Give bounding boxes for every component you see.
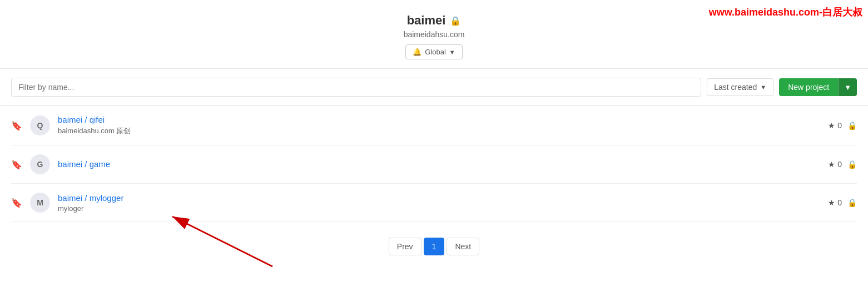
chevron-down-icon: ▼: [449, 49, 455, 56]
project-info: baimei / qifei baimeidashu.com 原创: [58, 115, 820, 136]
project-meta: ★ 0 🔒: [828, 121, 857, 130]
list-item: 🔖 Q baimei / qifei baimeidashu.com 原创 ★ …: [11, 106, 857, 145]
star-value: 0: [837, 198, 842, 207]
bookmark-icon[interactable]: 🔖: [11, 120, 22, 131]
star-value: 0: [837, 121, 842, 130]
bell-icon: 🔔: [413, 48, 421, 56]
project-meta: ★ 0 🔒: [828, 198, 857, 207]
star-count: ★ 0: [828, 160, 842, 169]
star-value: 0: [837, 160, 842, 169]
project-name[interactable]: baimei / game: [58, 159, 110, 169]
page-1-button[interactable]: 1: [424, 238, 445, 255]
star-icon: ★: [828, 198, 835, 207]
new-project-dropdown-button[interactable]: ▼: [838, 78, 857, 96]
star-icon: ★: [828, 121, 835, 130]
prev-button[interactable]: Prev: [389, 238, 421, 255]
sort-chevron-icon: ▼: [760, 84, 766, 90]
avatar: M: [30, 193, 50, 213]
global-button[interactable]: 🔔 Global ▼: [405, 44, 462, 59]
project-list: 🔖 Q baimei / qifei baimeidashu.com 原创 ★ …: [0, 106, 868, 222]
watermark: www.baimeidashu.com-白居大叔: [709, 6, 862, 19]
project-info: baimei / mylogger myloger: [58, 193, 820, 213]
project-meta: ★ 0 🔒: [828, 160, 857, 169]
next-button[interactable]: Next: [447, 238, 479, 255]
sort-dropdown[interactable]: Last created ▼: [707, 78, 773, 96]
profile-lock-icon: 🔒: [450, 16, 461, 26]
lock-icon: 🔒: [847, 121, 857, 130]
global-label: Global: [425, 48, 446, 56]
pagination: Prev 1 Next: [0, 222, 868, 271]
toolbar: Last created ▼ New project ▼: [0, 69, 868, 106]
filter-input[interactable]: [11, 78, 701, 97]
avatar: G: [30, 154, 50, 174]
avatar: Q: [30, 115, 50, 135]
profile-subtitle: baimeidahsu.com: [0, 30, 868, 39]
project-info: baimei / game: [58, 159, 820, 169]
new-project-button-group: New project ▼: [779, 78, 857, 96]
lock-icon: 🔒: [847, 198, 857, 207]
list-item: 🔖 G baimei / game ★ 0 🔒: [11, 145, 857, 184]
star-count: ★ 0: [828, 121, 842, 130]
new-project-button[interactable]: New project: [779, 78, 838, 96]
project-description: baimeidashu.com 原创: [58, 126, 820, 136]
list-item: 🔖 M baimei / mylogger myloger ★ 0 🔒: [11, 184, 857, 222]
profile-name: baimei: [407, 13, 446, 28]
project-name[interactable]: baimei / qifei: [58, 115, 105, 124]
project-description: myloger: [58, 204, 820, 213]
star-icon: ★: [828, 160, 835, 169]
star-count: ★ 0: [828, 198, 842, 207]
project-name[interactable]: baimei / mylogger: [58, 193, 123, 203]
bookmark-icon[interactable]: 🔖: [11, 159, 22, 170]
bookmark-icon[interactable]: 🔖: [11, 198, 22, 208]
lock-icon: 🔒: [847, 160, 857, 169]
sort-label: Last created: [714, 83, 757, 92]
